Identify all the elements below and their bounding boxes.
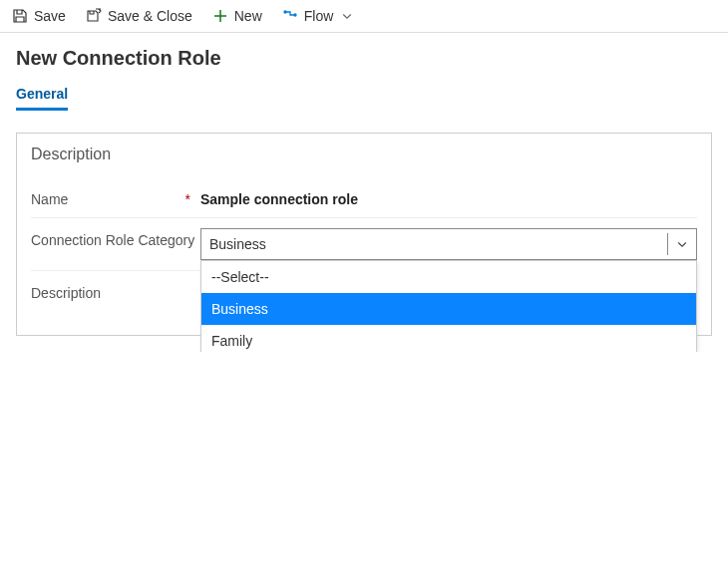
required-marker: * bbox=[185, 191, 190, 207]
label-category: Connection Role Category bbox=[31, 232, 194, 248]
category-selected-value: Business bbox=[209, 236, 266, 252]
chevron-down-icon bbox=[667, 233, 688, 255]
save-icon bbox=[12, 8, 28, 24]
flow-icon bbox=[282, 8, 298, 24]
save-and-close-button[interactable]: Save & Close bbox=[86, 8, 192, 24]
category-option-placeholder[interactable]: --Select-- bbox=[201, 261, 696, 293]
save-close-icon bbox=[86, 8, 102, 24]
flow-label: Flow bbox=[304, 8, 334, 24]
chevron-down-icon bbox=[339, 8, 355, 24]
plus-icon bbox=[212, 8, 228, 24]
category-option[interactable]: Family bbox=[201, 325, 696, 352]
tab-general[interactable]: General bbox=[16, 80, 68, 111]
section-title: Description bbox=[31, 145, 697, 163]
label-description: Description bbox=[31, 285, 101, 301]
category-dropdown: --Select--BusinessFamilySocialSalesOther… bbox=[200, 260, 697, 352]
save-label: Save bbox=[34, 8, 66, 24]
row-name: Name * Sample connection role bbox=[31, 177, 697, 218]
category-combobox[interactable]: Business bbox=[200, 228, 697, 260]
command-bar: Save Save & Close New Flow bbox=[0, 0, 728, 33]
flow-button[interactable]: Flow bbox=[282, 8, 356, 24]
page-title: New Connection Role bbox=[16, 47, 712, 70]
category-option[interactable]: Business bbox=[201, 293, 696, 325]
tab-bar: General bbox=[16, 80, 712, 111]
name-field[interactable]: Sample connection role bbox=[200, 187, 697, 207]
save-close-label: Save & Close bbox=[108, 8, 192, 24]
new-label: New bbox=[234, 8, 262, 24]
save-button[interactable]: Save bbox=[12, 8, 66, 24]
page-header: New Connection Role General bbox=[0, 33, 728, 115]
new-button[interactable]: New bbox=[212, 8, 262, 24]
description-section: Description Name * Sample connection rol… bbox=[16, 133, 712, 336]
row-category: Connection Role Category Business --Sele… bbox=[31, 218, 697, 271]
label-name: Name bbox=[31, 191, 68, 207]
